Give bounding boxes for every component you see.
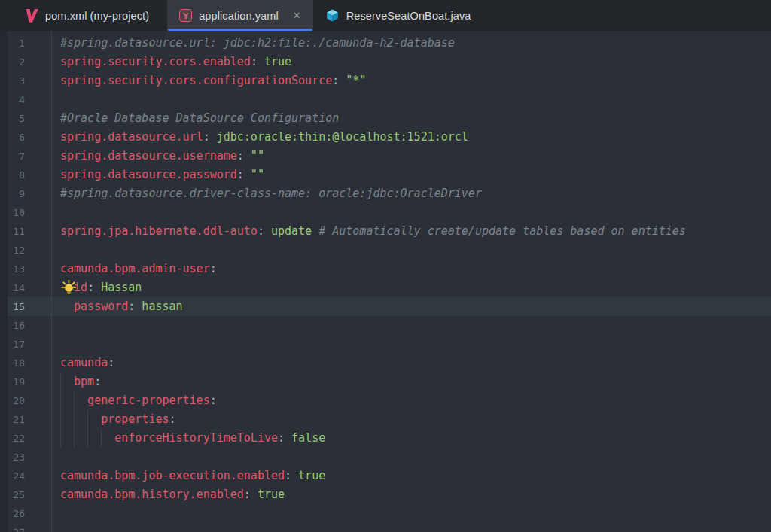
tab-application-yaml[interactable]: Y application.yaml ✕ <box>167 0 312 31</box>
code-text: camunda: <box>60 354 114 372</box>
code-text: properties: <box>60 410 176 429</box>
java-class-icon <box>325 8 340 23</box>
code-line[interactable]: 8spring.datasource.password: "" <box>0 166 771 184</box>
code-text: enforceHistoryTimeToLive: false <box>60 429 325 448</box>
gutter-separator <box>51 31 52 532</box>
code-line[interactable]: 27 <box>0 523 771 532</box>
code-line[interactable]: 25camunda.bpm.history.enabled: true <box>0 485 771 504</box>
tab-bar: pom.xml (my-project) Y application.yaml … <box>0 0 771 31</box>
code-line[interactable]: 21 properties: <box>0 410 771 429</box>
code-line[interactable]: 12 <box>0 241 771 260</box>
code-line[interactable]: 15 password: hassan <box>0 297 771 316</box>
code-line[interactable]: 26 <box>0 504 771 523</box>
code-text: spring.security.cors.configurationSource… <box>60 71 366 90</box>
code-line[interactable]: 19 bpm: <box>0 372 771 391</box>
tab-label: ReserveSeatOnBoat.java <box>346 10 471 22</box>
code-line[interactable]: 11spring.jpa.hibernate.ddl-auto: update … <box>0 222 771 241</box>
code-line[interactable]: 24camunda.bpm.job-execution.enabled: tru… <box>0 467 771 485</box>
code-line[interactable]: 4 <box>0 90 771 109</box>
code-line[interactable]: 5#Oracle Database DataSource Configurati… <box>0 109 771 128</box>
code-line[interactable]: 23 <box>0 448 771 467</box>
code-line[interactable]: 10 <box>0 203 771 222</box>
tab-label: pom.xml (my-project) <box>45 10 149 22</box>
code-text: #spring.datasource.url: jdbc:h2:file:./c… <box>60 34 455 53</box>
intention-lightbulb-icon[interactable] <box>60 279 77 296</box>
code-line[interactable]: 20 generic-properties: <box>0 391 771 410</box>
tab-reserveseatonboat-java[interactable]: ReserveSeatOnBoat.java <box>313 0 485 31</box>
code-text: spring.security.cors.enabled: true <box>60 53 291 71</box>
code-line[interactable]: 3spring.security.cors.configurationSourc… <box>0 71 771 90</box>
code-line[interactable]: 14 id: Hassan <box>0 278 771 297</box>
code-line[interactable]: 6spring.datasource.url: jdbc:oracle:thin… <box>0 128 771 147</box>
code-line[interactable]: 18camunda: <box>0 354 771 372</box>
v-logo-icon <box>23 8 38 23</box>
ide-window: pom.xml (my-project) Y application.yaml … <box>0 0 771 532</box>
code-line[interactable]: 13camunda.bpm.admin-user: <box>0 260 771 278</box>
code-line[interactable]: 7spring.datasource.username: "" <box>0 147 771 166</box>
code-text: camunda.bpm.history.enabled: true <box>60 485 285 504</box>
gutter-strip <box>0 31 8 532</box>
code-area: 1#spring.datasource.url: jdbc:h2:file:./… <box>0 31 771 532</box>
code-text: #spring.datasource.driver-class-name: or… <box>60 184 482 203</box>
code-line[interactable]: 2spring.security.cors.enabled: true <box>0 53 771 71</box>
code-text: #Oracle Database DataSource Configuratio… <box>60 109 339 128</box>
code-text: spring.datasource.password: "" <box>60 166 264 184</box>
code-text: spring.jpa.hibernate.ddl-auto: update # … <box>60 222 686 241</box>
code-text: camunda.bpm.job-execution.enabled: true <box>60 467 325 485</box>
code-line[interactable]: 9#spring.datasource.driver-class-name: o… <box>0 184 771 203</box>
tab-pom-xml[interactable]: pom.xml (my-project) <box>0 0 167 31</box>
code-line[interactable]: 16 <box>0 316 771 335</box>
code-text: bpm: <box>60 372 101 391</box>
code-text: generic-properties: <box>60 391 217 410</box>
code-line[interactable]: 1#spring.datasource.url: jdbc:h2:file:./… <box>0 34 771 53</box>
code-text: spring.datasource.username: "" <box>60 147 264 166</box>
code-line[interactable]: 17 <box>0 335 771 354</box>
code-line[interactable]: 22 enforceHistoryTimeToLive: false <box>0 429 771 448</box>
code-text: camunda.bpm.admin-user: <box>60 260 217 278</box>
code-text: password: hassan <box>60 297 183 316</box>
tab-label: application.yaml <box>199 10 279 22</box>
code-text: spring.datasource.url: jdbc:oracle:thin:… <box>60 128 468 147</box>
editor-pane[interactable]: 1#spring.datasource.url: jdbc:h2:file:./… <box>0 31 771 532</box>
close-tab-icon[interactable]: ✕ <box>291 9 303 22</box>
yaml-file-icon: Y <box>179 9 192 22</box>
